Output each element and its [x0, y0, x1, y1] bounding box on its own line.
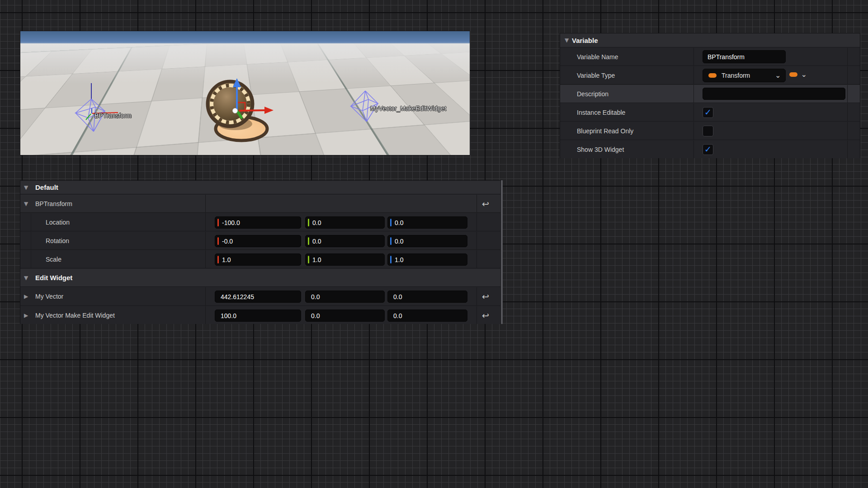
blueprint-read-only-row: Blueprint Read Only [560, 122, 860, 140]
my-vector-y-field[interactable]: 0.0 [305, 291, 385, 303]
z-axis-accent [390, 256, 392, 263]
scale-label: Scale [46, 256, 61, 263]
scale-x-field[interactable]: 1.0 [215, 253, 301, 266]
mvmew-z-field[interactable]: 0.0 [387, 310, 467, 322]
default-section-title: Default [35, 183, 58, 191]
description-row: Description [560, 85, 860, 103]
description-input[interactable] [703, 88, 845, 100]
widget-octahedron-bptransform[interactable] [75, 83, 105, 131]
variable-type-dropdown[interactable]: Transform ⌄ [703, 69, 786, 82]
instance-editable-label: Instance Editable [577, 109, 625, 116]
variable-name-input[interactable] [703, 50, 786, 63]
mvmew-y-field[interactable]: 0.0 [305, 310, 385, 322]
z-axis-accent [390, 237, 392, 245]
panel-scrollbar[interactable] [501, 180, 503, 324]
scale-row: Scale 1.0 1.0 1.0 [20, 250, 500, 268]
instance-editable-row: Instance Editable ✓ [560, 103, 860, 122]
show-3d-widget-checkbox[interactable]: ✓ [703, 144, 713, 155]
x-axis-accent [217, 256, 219, 263]
variable-name-label: Variable Name [577, 53, 618, 61]
y-axis-accent [308, 237, 309, 245]
z-axis-accent [390, 219, 392, 226]
reset-to-default-button[interactable]: ↩ [480, 310, 491, 321]
default-section-header[interactable]: ▼ Default [20, 181, 500, 194]
variable-type-value: Transform [722, 72, 750, 79]
variable-details-panel: ▼ Variable Variable Name Variable Type T… [560, 33, 860, 158]
rotation-y-field[interactable]: 0.0 [305, 235, 385, 247]
show-3d-widget-label: Show 3D Widget [577, 146, 624, 153]
edit-widget-section-title: Edit Widget [35, 274, 72, 282]
my-vector-row[interactable]: ▶ My Vector 442.612245 0.0 0.0 ↩ [20, 287, 500, 306]
show-3d-widget-row: Show 3D Widget ✓ [560, 141, 860, 158]
actor-label-myvector[interactable]: MyVector_MakeEditWidget [370, 105, 446, 112]
mvmew-x-field[interactable]: 100.0 [215, 310, 301, 322]
expand-arrow-icon[interactable]: ▼ [565, 37, 572, 43]
defaults-details-panel: ▼ Default ▼ BPTransform ↩ Location -100.… [20, 180, 501, 324]
blueprint-read-only-checkbox[interactable] [703, 126, 713, 136]
rotation-z-field[interactable]: 0.0 [387, 235, 467, 247]
variable-section-header[interactable]: ▼ Variable [560, 33, 860, 47]
bptransform-label: BPTransform [35, 200, 72, 207]
description-label: Description [577, 90, 609, 98]
location-label: Location [46, 219, 70, 226]
collapsed-arrow-icon[interactable]: ▶ [24, 293, 31, 300]
expand-arrow-icon[interactable]: ▼ [24, 201, 31, 207]
rotation-row: Rotation -0.0 0.0 0.0 [20, 232, 500, 250]
blueprint-read-only-label: Blueprint Read Only [577, 127, 633, 135]
expand-arrow-icon[interactable]: ▼ [24, 184, 31, 191]
edit-widget-section-header[interactable]: ▼ Edit Widget [20, 269, 500, 287]
rotation-x-field[interactable]: -0.0 [215, 235, 301, 247]
viewport-gizmos [20, 31, 470, 155]
viewport-preview[interactable]: BPTransform MyVector_MakeEditWidget [20, 31, 470, 155]
container-type-dropdown[interactable]: ⌄ [789, 72, 807, 77]
instance-editable-checkbox[interactable]: ✓ [703, 107, 713, 118]
scale-z-field[interactable]: 1.0 [387, 253, 467, 266]
x-axis-accent [217, 219, 219, 226]
check-icon: ✓ [704, 144, 712, 154]
variable-name-row: Variable Name [560, 48, 860, 66]
my-vector-z-field[interactable]: 0.0 [387, 291, 467, 303]
my-vector-label: My Vector [35, 293, 63, 300]
my-vector-make-edit-widget-label: My Vector Make Edit Widget [35, 312, 115, 319]
variable-section-title: Variable [572, 37, 598, 44]
check-icon: ✓ [704, 107, 712, 117]
bptransform-row[interactable]: ▼ BPTransform ↩ [20, 195, 500, 213]
scale-y-field[interactable]: 1.0 [305, 253, 385, 266]
reset-to-default-button[interactable]: ↩ [480, 198, 491, 210]
collapsed-arrow-icon[interactable]: ▶ [24, 312, 31, 319]
location-row: Location -100.0 0.0 0.0 [20, 213, 500, 231]
location-z-field[interactable]: 0.0 [387, 216, 467, 229]
variable-type-row: Variable Type Transform ⌄ ⌄ [560, 66, 860, 84]
chevron-down-icon: ⌄ [775, 73, 781, 78]
expand-arrow-icon[interactable]: ▼ [24, 275, 31, 281]
my-vector-x-field[interactable]: 442.612245 [215, 291, 301, 303]
x-axis-accent [217, 237, 219, 245]
y-axis-accent [308, 219, 309, 226]
my-vector-make-edit-widget-row[interactable]: ▶ My Vector Make Edit Widget 100.0 0.0 0… [20, 306, 500, 324]
actor-label-bptransform[interactable]: BPTransform [94, 112, 132, 119]
y-axis-accent [308, 256, 309, 263]
variable-type-label: Variable Type [577, 72, 615, 79]
transform-type-pill-icon [708, 73, 717, 78]
rotation-label: Rotation [46, 237, 69, 244]
chevron-down-icon: ⌄ [801, 72, 807, 77]
reset-to-default-button[interactable]: ↩ [480, 291, 491, 302]
container-type-pill-icon [789, 72, 797, 77]
location-x-field[interactable]: -100.0 [215, 216, 301, 229]
location-y-field[interactable]: 0.0 [305, 216, 385, 229]
